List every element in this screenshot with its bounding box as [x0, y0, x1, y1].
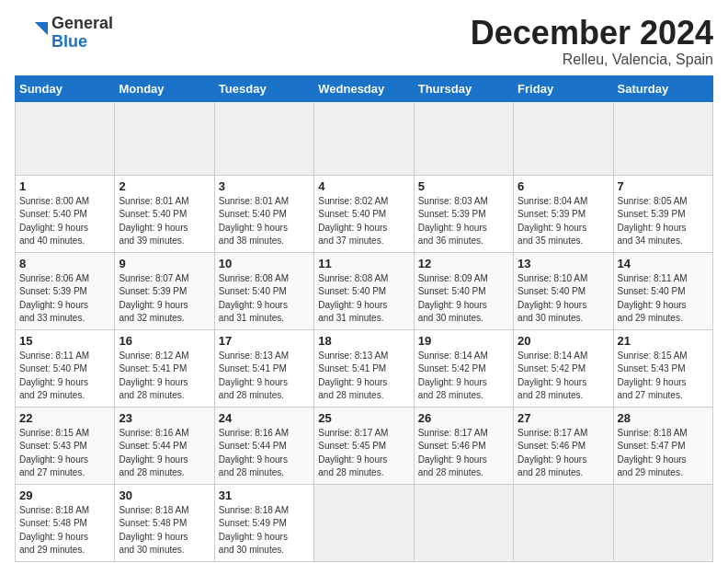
- day-info: Sunrise: 8:02 AMSunset: 5:40 PMDaylight:…: [318, 195, 409, 248]
- day-info: Sunrise: 8:18 AMSunset: 5:47 PMDaylight:…: [618, 427, 709, 480]
- calendar-week-row: 15Sunrise: 8:11 AMSunset: 5:40 PMDayligh…: [16, 329, 713, 407]
- day-info: Sunrise: 8:00 AMSunset: 5:40 PMDaylight:…: [19, 195, 110, 248]
- calendar-cell: 29Sunrise: 8:18 AMSunset: 5:48 PMDayligh…: [16, 484, 115, 561]
- calendar-week-row: 22Sunrise: 8:15 AMSunset: 5:43 PMDayligh…: [16, 407, 713, 484]
- day-info: Sunrise: 8:14 AMSunset: 5:42 PMDaylight:…: [418, 350, 509, 403]
- day-info: Sunrise: 8:11 AMSunset: 5:40 PMDaylight:…: [19, 350, 110, 403]
- day-number: 13: [518, 257, 609, 270]
- day-number: 31: [219, 488, 310, 502]
- calendar-cell: [214, 101, 313, 175]
- calendar-cell: 24Sunrise: 8:16 AMSunset: 5:44 PMDayligh…: [214, 407, 313, 484]
- day-info: Sunrise: 8:18 AMSunset: 5:49 PMDaylight:…: [219, 504, 310, 557]
- calendar-cell: [613, 101, 712, 175]
- col-header-sunday: Sunday: [16, 75, 115, 101]
- calendar-cell: 14Sunrise: 8:11 AMSunset: 5:40 PMDayligh…: [613, 252, 712, 329]
- calendar-cell: 4Sunrise: 8:02 AMSunset: 5:40 PMDaylight…: [314, 175, 414, 252]
- day-info: Sunrise: 8:18 AMSunset: 5:48 PMDaylight:…: [19, 504, 110, 557]
- day-number: 10: [219, 257, 310, 270]
- day-number: 8: [19, 257, 110, 270]
- calendar-cell: 28Sunrise: 8:18 AMSunset: 5:47 PMDayligh…: [613, 407, 712, 484]
- calendar-cell: 1Sunrise: 8:00 AMSunset: 5:40 PMDaylight…: [16, 175, 115, 252]
- logo: General Blue: [15, 15, 113, 52]
- day-info: Sunrise: 8:13 AMSunset: 5:41 PMDaylight:…: [318, 350, 409, 403]
- day-info: Sunrise: 8:08 AMSunset: 5:40 PMDaylight:…: [318, 272, 409, 326]
- day-number: 22: [19, 411, 110, 425]
- day-number: 9: [119, 257, 210, 270]
- calendar-week-row: 1Sunrise: 8:00 AMSunset: 5:40 PMDaylight…: [16, 175, 713, 252]
- day-number: 21: [618, 334, 709, 348]
- col-header-tuesday: Tuesday: [214, 75, 313, 101]
- day-number: 5: [418, 179, 509, 193]
- month-title: December 2024: [471, 15, 713, 52]
- calendar-cell: 17Sunrise: 8:13 AMSunset: 5:41 PMDayligh…: [214, 329, 313, 407]
- day-number: 20: [518, 334, 609, 348]
- day-number: 12: [418, 257, 509, 270]
- day-number: 6: [518, 179, 609, 193]
- day-number: 2: [119, 179, 210, 193]
- day-info: Sunrise: 8:06 AMSunset: 5:39 PMDaylight:…: [19, 272, 110, 326]
- day-info: Sunrise: 8:17 AMSunset: 5:46 PMDaylight:…: [518, 427, 609, 480]
- col-header-monday: Monday: [115, 75, 214, 101]
- day-info: Sunrise: 8:16 AMSunset: 5:44 PMDaylight:…: [119, 427, 210, 480]
- page-header: General Blue December 2024 Relleu, Valen…: [15, 15, 713, 68]
- day-number: 19: [418, 334, 509, 348]
- day-number: 4: [318, 179, 409, 193]
- logo-icon: [15, 17, 48, 50]
- calendar-cell: 13Sunrise: 8:10 AMSunset: 5:40 PMDayligh…: [514, 252, 613, 329]
- title-block: December 2024 Relleu, Valencia, Spain: [471, 15, 713, 68]
- day-info: Sunrise: 8:03 AMSunset: 5:39 PMDaylight:…: [418, 195, 509, 248]
- calendar-cell: 7Sunrise: 8:05 AMSunset: 5:39 PMDaylight…: [613, 175, 712, 252]
- day-info: Sunrise: 8:11 AMSunset: 5:40 PMDaylight:…: [618, 272, 709, 326]
- calendar-cell: 12Sunrise: 8:09 AMSunset: 5:40 PMDayligh…: [414, 252, 513, 329]
- day-number: 11: [318, 257, 409, 270]
- day-info: Sunrise: 8:07 AMSunset: 5:39 PMDaylight:…: [119, 272, 210, 326]
- calendar-cell: 10Sunrise: 8:08 AMSunset: 5:40 PMDayligh…: [214, 252, 313, 329]
- day-info: Sunrise: 8:18 AMSunset: 5:48 PMDaylight:…: [119, 504, 210, 557]
- day-info: Sunrise: 8:09 AMSunset: 5:40 PMDaylight:…: [418, 272, 509, 326]
- calendar-cell: 18Sunrise: 8:13 AMSunset: 5:41 PMDayligh…: [314, 329, 414, 407]
- calendar-cell: [16, 101, 115, 175]
- day-number: 30: [119, 488, 210, 502]
- calendar-header-row: SundayMondayTuesdayWednesdayThursdayFrid…: [16, 75, 713, 101]
- day-number: 7: [618, 179, 709, 193]
- logo-blue: Blue: [51, 33, 113, 52]
- logo-general: General: [51, 15, 113, 33]
- col-header-thursday: Thursday: [414, 75, 513, 101]
- calendar-cell: [414, 101, 513, 175]
- day-number: 25: [318, 411, 409, 425]
- calendar-cell: 11Sunrise: 8:08 AMSunset: 5:40 PMDayligh…: [314, 252, 414, 329]
- day-number: 29: [19, 488, 110, 502]
- day-number: 23: [119, 411, 210, 425]
- logo-text: General Blue: [51, 15, 113, 52]
- calendar-cell: [514, 484, 613, 561]
- day-number: 3: [219, 179, 310, 193]
- calendar-cell: 31Sunrise: 8:18 AMSunset: 5:49 PMDayligh…: [214, 484, 313, 561]
- day-info: Sunrise: 8:10 AMSunset: 5:40 PMDaylight:…: [518, 272, 609, 326]
- day-number: 24: [219, 411, 310, 425]
- calendar-cell: [613, 484, 712, 561]
- day-info: Sunrise: 8:15 AMSunset: 5:43 PMDaylight:…: [19, 427, 110, 480]
- day-number: 1: [19, 179, 110, 193]
- calendar-cell: 3Sunrise: 8:01 AMSunset: 5:40 PMDaylight…: [214, 175, 313, 252]
- day-info: Sunrise: 8:04 AMSunset: 5:39 PMDaylight:…: [518, 195, 609, 248]
- col-header-friday: Friday: [514, 75, 613, 101]
- col-header-saturday: Saturday: [613, 75, 712, 101]
- day-info: Sunrise: 8:01 AMSunset: 5:40 PMDaylight:…: [219, 195, 310, 248]
- calendar-cell: 22Sunrise: 8:15 AMSunset: 5:43 PMDayligh…: [16, 407, 115, 484]
- day-info: Sunrise: 8:15 AMSunset: 5:43 PMDaylight:…: [618, 350, 709, 403]
- calendar-cell: 9Sunrise: 8:07 AMSunset: 5:39 PMDaylight…: [115, 252, 214, 329]
- calendar-cell: 30Sunrise: 8:18 AMSunset: 5:48 PMDayligh…: [115, 484, 214, 561]
- day-info: Sunrise: 8:01 AMSunset: 5:40 PMDaylight:…: [119, 195, 210, 248]
- day-number: 14: [618, 257, 709, 270]
- day-number: 16: [119, 334, 210, 348]
- calendar-cell: [514, 101, 613, 175]
- day-number: 15: [19, 334, 110, 348]
- day-number: 17: [219, 334, 310, 348]
- calendar-cell: 25Sunrise: 8:17 AMSunset: 5:45 PMDayligh…: [314, 407, 414, 484]
- calendar-week-row: [16, 101, 713, 175]
- calendar-cell: [314, 101, 414, 175]
- day-info: Sunrise: 8:17 AMSunset: 5:45 PMDaylight:…: [318, 427, 409, 480]
- calendar-table: SundayMondayTuesdayWednesdayThursdayFrid…: [15, 75, 713, 562]
- day-number: 18: [318, 334, 409, 348]
- svg-marker-1: [35, 22, 48, 35]
